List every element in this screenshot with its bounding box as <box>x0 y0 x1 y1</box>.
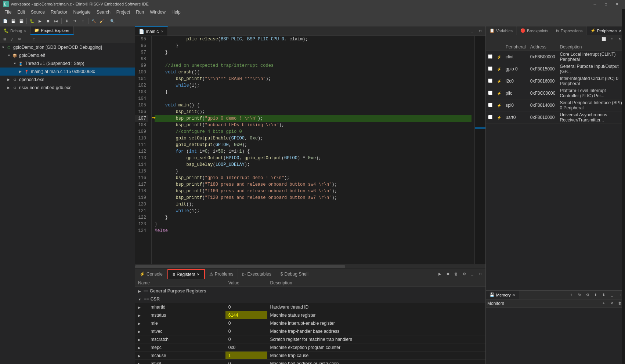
editor-minimize[interactable]: _ <box>469 28 476 35</box>
debug-tab-close[interactable]: ✕ <box>24 29 26 33</box>
peripherals-tab-close[interactable]: ✕ <box>619 29 622 33</box>
tab-registers[interactable]: ≡ Registers ✕ <box>167 269 205 279</box>
mem-import[interactable]: ⬇ <box>600 291 607 299</box>
menu-navigate[interactable]: Navigate <box>70 9 93 15</box>
bt-settings[interactable]: ⚙ <box>460 270 468 278</box>
peri-check-gpio0[interactable] <box>488 66 492 71</box>
bt-minimize[interactable]: _ <box>469 270 476 278</box>
bt-clear[interactable]: 🗑 <box>452 270 460 278</box>
menu-help[interactable]: Help <box>169 9 184 15</box>
peri-check-plic[interactable] <box>488 91 492 95</box>
reg-mhartid[interactable]: ▶ mhartid 0 Hardware thread ID <box>135 303 485 311</box>
group-csr[interactable]: ▼ ≡≡ CSR <box>135 295 485 303</box>
peri-collapse[interactable]: ⬜ <box>600 36 607 43</box>
peri-check-spi0[interactable] <box>488 103 492 107</box>
toolbar-search[interactable]: 🔍 <box>109 18 116 25</box>
reg-mtval[interactable]: ▶ mtval 0 Machine bad address or instruc… <box>135 360 485 364</box>
peri-row-spi0[interactable]: ⚡ spi0 0xF8014000 Serial Peripheral Inte… <box>486 99 625 112</box>
menu-source[interactable]: Source <box>28 9 48 15</box>
link-editor-btn[interactable]: ⇌ <box>9 36 15 43</box>
close-button[interactable]: ✕ <box>612 1 622 7</box>
bt-resume[interactable]: ▶ <box>436 270 444 278</box>
menu-search[interactable]: Search <box>94 9 113 15</box>
peri-check-uart0[interactable] <box>488 115 492 119</box>
registers-tab-close[interactable]: ✕ <box>197 273 200 276</box>
registers-panel[interactable]: Name Value Description ▶ ≡≡ General Purp… <box>135 279 485 364</box>
tab-project-explorer[interactable]: 📁 Project Explorer <box>30 26 73 35</box>
code-editor[interactable]: 95 96 97 98 99 100 101 102 103 104 105 1… <box>135 36 485 264</box>
monitors-remove[interactable]: ✕ <box>608 300 615 307</box>
menu-file[interactable]: File <box>1 9 14 15</box>
peri-row-gpio0[interactable]: ⚡ gpio 0 0xF8015000 General Purpose Inpu… <box>486 63 625 75</box>
peri-check-i2c0[interactable] <box>488 79 492 83</box>
mem-minimize[interactable]: _ <box>608 291 615 299</box>
monitors-add[interactable]: + <box>600 300 607 307</box>
tree-debug-session[interactable]: ▼ ⬡ gpioDemo_trion [GDB OpenOCD Debuggin… <box>0 43 135 51</box>
peripherals-panel[interactable]: Peripheral Address Description ⚡ clint 0… <box>486 43 625 290</box>
tree-thread[interactable]: ▼ 🧵 Thread #1 (Suspended : Step) <box>0 59 135 68</box>
toolbar-resume[interactable]: ⏭ <box>53 18 60 25</box>
toolbar-step-into[interactable]: ⬇ <box>63 18 71 25</box>
peri-row-uart0[interactable]: ⚡ uart0 0xF8010000 Universal Asynchronou… <box>486 112 625 124</box>
menu-edit[interactable]: Edit <box>14 9 28 15</box>
reg-mie[interactable]: ▶ mie 0 Machine interrupt-enable registe… <box>135 319 485 327</box>
group-gpr[interactable]: ▶ ≡≡ General Purpose Registers <box>135 287 485 295</box>
tree-gdb[interactable]: ▶ ⚙ riscv-none-embed-gdb.exe <box>0 84 135 92</box>
editor-tab-close[interactable]: ✕ <box>161 30 164 33</box>
new-window-btn[interactable]: ⧉ <box>16 36 23 43</box>
tab-main-c[interactable]: 📄 main.c ✕ <box>135 26 168 36</box>
reg-mtvec[interactable]: ▶ mtvec 0 Machine trap-handler base addr… <box>135 327 485 335</box>
mem-add[interactable]: + <box>568 291 575 299</box>
tab-problems[interactable]: ⚠ Problems <box>205 269 238 279</box>
minimize-panel-btn[interactable]: _ <box>24 36 30 43</box>
tab-expressions[interactable]: fx Expressions <box>552 26 586 35</box>
menu-refactor[interactable]: Refactor <box>48 9 70 15</box>
toolbar-save-all[interactable]: 💾 <box>18 18 25 25</box>
tab-executables[interactable]: ▷ Executables <box>238 269 276 279</box>
mem-refresh[interactable]: ↻ <box>576 291 583 299</box>
reg-mcause[interactable]: ▶ mcause 1 Machine trap cause <box>135 352 485 360</box>
peri-check-clint[interactable] <box>488 54 492 59</box>
peri-row-plic[interactable]: ⚡ plic 0xF8C00000 Platform-Level Interru… <box>486 87 625 99</box>
toolbar-step-return[interactable]: ↑ <box>79 18 87 25</box>
tab-peripherals[interactable]: ⚡ Peripherals ✕ <box>587 26 625 35</box>
reg-mscratch[interactable]: ▶ mscratch 0 Scratch register for machin… <box>135 335 485 343</box>
toolbar-stop[interactable]: ⏹ <box>44 18 52 25</box>
peri-row-clint[interactable]: ⚡ clint 0xF8B00000 Core Local Interrupt … <box>486 51 625 63</box>
toolbar-build[interactable]: 🔨 <box>90 18 97 25</box>
hscroll-thumb[interactable] <box>135 265 345 268</box>
maximize-panel-btn[interactable]: □ <box>31 36 37 43</box>
toolbar-new[interactable]: 📄 <box>1 18 9 25</box>
tab-console[interactable]: ⚡ Console <box>135 269 167 279</box>
reg-mstatus[interactable]: ▶ mstatus 6144 Machine status register <box>135 311 485 319</box>
mem-export[interactable]: ⬆ <box>592 291 599 299</box>
tab-breakpoints[interactable]: 🔴 Breakpoints <box>517 26 552 35</box>
maximize-button[interactable]: □ <box>601 1 611 7</box>
tree-openocd[interactable]: ▶ ⚙ openocd.exe <box>0 76 135 84</box>
tree-frame[interactable]: ▶ 📍 main() at main.c:115 0xf900068c <box>0 68 135 76</box>
bt-stop[interactable]: ⏹ <box>444 270 452 278</box>
tab-debug-shell[interactable]: $ Debug Shell <box>276 269 313 279</box>
toolbar-run[interactable]: ▶ <box>36 18 44 25</box>
minimize-button[interactable]: ─ <box>590 1 600 7</box>
mem-settings[interactable]: ⚙ <box>584 291 591 299</box>
tab-debug[interactable]: 🐛 Debug ✕ <box>0 26 30 35</box>
toolbar-save[interactable]: 💾 <box>10 18 17 25</box>
memory-tab-close[interactable]: ✕ <box>512 293 515 297</box>
editor-area[interactable]: 95 96 97 98 99 100 101 102 103 104 105 1… <box>135 36 485 269</box>
menu-run[interactable]: Run <box>133 9 147 15</box>
toolbar-debug[interactable]: 🐛 <box>28 18 36 25</box>
editor-maximize[interactable]: □ <box>477 28 484 35</box>
editor-hscrollbar[interactable] <box>135 264 485 269</box>
tree-elf[interactable]: ▼ 📦 gpioDemo.elf <box>0 51 135 59</box>
reg-mepc[interactable]: ▶ mepc 0x0 Machine exception program cou… <box>135 343 485 352</box>
collapse-all-btn[interactable]: ⊟ <box>1 36 8 43</box>
peri-row-i2c0[interactable]: ⚡ i2c0 0xF8016000 Inter-Integrated Circu… <box>486 75 625 87</box>
tab-memory[interactable]: 💾 Memory ✕ <box>486 291 519 299</box>
bt-maximize[interactable]: □ <box>477 270 484 278</box>
hscroll-track[interactable] <box>135 265 485 268</box>
code-content[interactable]: plic_release(BSP_PLIC, BSP_PLIC_CPU_0, c… <box>152 36 474 264</box>
menu-project[interactable]: Project <box>113 9 133 15</box>
peri-expand[interactable]: ≡ <box>608 36 615 43</box>
tab-variables[interactable]: 📋 Variables <box>486 26 517 35</box>
